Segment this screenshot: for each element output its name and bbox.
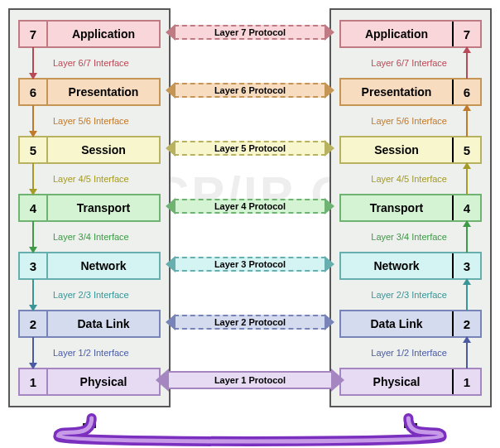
arrow-down-icon	[32, 221, 34, 253]
layer-number: 3	[20, 253, 48, 278]
interface-label: Layer 3/4 Interface	[371, 232, 447, 242]
layer-number: 7	[20, 22, 48, 46]
layer-name: Network	[341, 253, 452, 278]
interface-label: Layer 2/3 Interface	[371, 290, 447, 300]
arrow-up-icon	[466, 337, 468, 369]
left-interface-67: Layer 6/7 Interface	[18, 48, 161, 78]
left-interface-34: Layer 3/4 Interface	[18, 222, 161, 252]
physical-cable-icon	[17, 418, 483, 441]
right-interface-23: Layer 2/3 Interface	[339, 280, 482, 310]
protocol-arrow-1: Layer 1 Protocol	[169, 366, 331, 394]
protocol-column: Layer 7 Protocol Layer 6 Protocol Layer …	[171, 8, 329, 407]
protocol-arrow-3: Layer 3 Protocol	[169, 250, 331, 278]
arrow-down-icon	[32, 337, 34, 369]
left-layer-2: 2 Data Link	[18, 310, 161, 338]
arrow-up-icon	[466, 163, 468, 195]
layer-number: 5	[20, 137, 48, 162]
interface-label: Layer 4/5 Interface	[53, 174, 129, 184]
left-interface-12: Layer 1/2 Interface	[18, 338, 161, 368]
left-interface-56: Layer 5/6 Interface	[18, 106, 161, 136]
interface-label: Layer 2/3 Interface	[53, 290, 129, 300]
layer-number: 4	[452, 195, 480, 220]
osi-diagram: 7 Application Layer 6/7 Interface 6 Pres…	[0, 0, 500, 407]
layer-name: Session	[48, 137, 159, 162]
layer-number: 6	[20, 79, 48, 104]
interface-label: Layer 6/7 Interface	[53, 58, 129, 68]
layer-number: 5	[452, 137, 480, 162]
left-layer-3: 3 Network	[18, 252, 161, 280]
right-stack: 7 Application Layer 6/7 Interface 6 Pres…	[329, 8, 492, 407]
protocol-arrow-2: Layer 2 Protocol	[169, 308, 331, 336]
right-interface-45: Layer 4/5 Interface	[339, 164, 482, 194]
arrow-up-icon	[466, 105, 468, 137]
protocol-label: Layer 6 Protocol	[214, 85, 286, 95]
right-interface-34: Layer 3/4 Interface	[339, 222, 482, 252]
right-interface-67: Layer 6/7 Interface	[339, 48, 482, 78]
protocol-arrow-7: Layer 7 Protocol	[169, 18, 331, 46]
right-layer-3: 3 Network	[339, 252, 482, 280]
protocol-label: Layer 2 Protocol	[214, 317, 286, 327]
right-interface-56: Layer 5/6 Interface	[339, 106, 482, 136]
layer-number: 1	[20, 369, 48, 394]
right-layer-7: 7 Application	[339, 20, 482, 48]
arrow-up-icon	[466, 221, 468, 253]
arrow-up-icon	[466, 279, 468, 311]
left-layer-4: 4 Transport	[18, 194, 161, 222]
layer-name: Physical	[48, 369, 159, 394]
layer-number: 7	[452, 22, 480, 46]
arrow-down-icon	[32, 163, 34, 195]
layer-name: Session	[341, 137, 452, 162]
layer-name: Transport	[341, 195, 452, 220]
layer-number: 4	[20, 195, 48, 220]
layer-name: Presentation	[48, 79, 159, 104]
protocol-arrow-5: Layer 5 Protocol	[169, 134, 331, 162]
left-layer-1: 1 Physical	[18, 368, 161, 396]
left-interface-23: Layer 2/3 Interface	[18, 280, 161, 310]
layer-name: Data Link	[341, 311, 452, 336]
layer-number: 1	[452, 369, 480, 394]
arrow-down-icon	[32, 105, 34, 137]
layer-name: Transport	[48, 195, 159, 220]
left-layer-7: 7 Application	[18, 20, 161, 48]
interface-label: Layer 6/7 Interface	[371, 58, 447, 68]
arrow-down-icon	[32, 279, 34, 311]
right-interface-12: Layer 1/2 Interface	[339, 338, 482, 368]
layer-name: Presentation	[341, 79, 452, 104]
layer-number: 3	[452, 253, 480, 278]
arrow-up-icon	[466, 47, 468, 79]
left-layer-5: 5 Session	[18, 136, 161, 164]
right-layer-2: 2 Data Link	[339, 310, 482, 338]
layer-number: 2	[20, 311, 48, 336]
layer-name: Application	[48, 22, 159, 46]
left-interface-45: Layer 4/5 Interface	[18, 164, 161, 194]
interface-label: Layer 4/5 Interface	[371, 174, 447, 184]
layer-name: Physical	[341, 369, 452, 394]
right-layer-4: 4 Transport	[339, 194, 482, 222]
layer-name: Network	[48, 253, 159, 278]
left-stack: 7 Application Layer 6/7 Interface 6 Pres…	[8, 8, 171, 407]
layer-number: 6	[452, 79, 480, 104]
right-layer-6: 6 Presentation	[339, 78, 482, 106]
right-layer-1: 1 Physical	[339, 368, 482, 396]
layer-number: 2	[452, 311, 480, 336]
protocol-label: Layer 5 Protocol	[214, 143, 286, 153]
layer-name: Data Link	[48, 311, 159, 336]
layer-name: Application	[341, 22, 452, 46]
arrow-down-icon	[32, 47, 34, 79]
protocol-label: Layer 3 Protocol	[214, 259, 286, 269]
protocol-label: Layer 4 Protocol	[214, 201, 286, 211]
interface-label: Layer 5/6 Interface	[371, 116, 447, 126]
right-layer-5: 5 Session	[339, 136, 482, 164]
protocol-label: Layer 1 Protocol	[214, 375, 286, 385]
interface-label: Layer 1/2 Interface	[371, 348, 447, 358]
protocol-arrow-4: Layer 4 Protocol	[169, 192, 331, 220]
interface-label: Layer 3/4 Interface	[53, 232, 129, 242]
protocol-arrow-6: Layer 6 Protocol	[169, 76, 331, 104]
left-layer-6: 6 Presentation	[18, 78, 161, 106]
protocol-label: Layer 7 Protocol	[214, 27, 286, 37]
interface-label: Layer 5/6 Interface	[53, 116, 129, 126]
interface-label: Layer 1/2 Interface	[53, 348, 129, 358]
